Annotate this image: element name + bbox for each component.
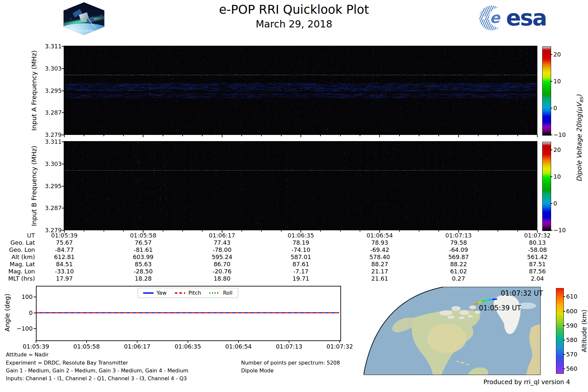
ephemeris-cell: 76.57 [135, 239, 152, 246]
ephemeris-cell: 61.02 [450, 268, 467, 275]
x-tick-mark [517, 230, 518, 232]
angle-y-tick-label: 0 [9, 309, 33, 316]
angle-x-tick-mark [238, 340, 239, 343]
ephemeris-cell: 75.67 [56, 239, 73, 246]
angle-x-tick-label: 01:06:54 [225, 343, 252, 350]
legend-item: Pitch [175, 290, 201, 296]
x-tick-mark [281, 230, 282, 232]
x-tick-mark [379, 135, 380, 137]
x-tick-mark [64, 135, 65, 137]
ephemeris-cell: 01:07:32 [524, 232, 551, 239]
ephemeris-row-label: Alt (km) [0, 253, 35, 260]
angle-x-tick-mark [339, 340, 340, 343]
colorbar-tick-mark [550, 81, 552, 82]
colorbar-tick-label: −10 [553, 131, 566, 138]
angle-x-tick-label: 01:05:58 [74, 343, 100, 350]
ephemeris-cell: 79.58 [450, 239, 467, 246]
y-tick-mark [62, 208, 64, 208]
y-tick-mark [62, 68, 64, 69]
input-a-spectrogram-canvas [64, 46, 537, 135]
y-tick-label: 3.311 [33, 138, 62, 145]
ephemeris-cell: 0.27 [452, 275, 465, 282]
great-plains-region [427, 324, 466, 353]
x-tick-mark [478, 135, 479, 136]
ephemeris-cell: -74.10 [291, 246, 310, 253]
ephemeris-cell: 01:05:39 [51, 232, 78, 239]
x-tick-mark [143, 135, 143, 137]
dipole-colorbar-label-close: ) [575, 95, 583, 97]
ephemeris-cell: 18.28 [135, 275, 152, 282]
legend-line-sample [175, 292, 186, 294]
esa-wordmark: esa [506, 6, 546, 30]
colorbar-tick-mark [550, 150, 552, 150]
x-tick-mark [104, 230, 104, 232]
dipole-colorbar-b [542, 142, 551, 231]
dipole-colorbar-label: Dipole Voltage 20log(μVBS) [575, 95, 584, 182]
y-tick-mark [62, 164, 64, 164]
esa-globe-icon: e [479, 6, 504, 30]
x-tick-mark [261, 230, 262, 232]
altitude-tick-mark [563, 340, 565, 340]
x-tick-mark [163, 230, 163, 232]
colorbar-tick-label: 0 [553, 200, 557, 207]
y-tick-mark [62, 141, 64, 142]
ephemeris-row-label: MLT (hrs) [0, 275, 35, 282]
x-tick-mark [399, 230, 400, 232]
ephemeris-cell: -58.08 [528, 246, 547, 253]
x-tick-mark [104, 135, 104, 136]
altitude-tick-mark [563, 325, 565, 326]
y-tick-label: 3.303 [33, 160, 62, 167]
x-tick-mark [419, 230, 419, 232]
x-tick-mark [320, 135, 321, 136]
ephemeris-cell: -33.10 [55, 268, 74, 275]
gains-annotation: Gain 1 - Medium, Gain 2 - Medium, Gain 3… [6, 368, 188, 374]
ephemeris-cell: 80.13 [529, 239, 546, 246]
colorbar-tick-mark [550, 54, 552, 55]
x-tick-mark [438, 135, 439, 136]
x-tick-mark [419, 135, 419, 136]
dipole-colorbar-a [542, 46, 551, 136]
ephemeris-cell: 01:06:35 [288, 232, 314, 239]
ephemeris-cell: 21.61 [371, 275, 388, 282]
track-end-time-label: 01:07:32 UT [501, 289, 543, 297]
ephemeris-cell: 587.01 [291, 253, 311, 260]
ephemeris-cell: 87.56 [529, 268, 546, 275]
y-tick-mark [62, 186, 64, 187]
x-tick-mark [478, 230, 479, 232]
ephemeris-cell: 87.61 [292, 261, 309, 268]
figure-root: CASSIOPE e-POP RRI Quicklook Plot March … [0, 0, 588, 392]
inputs-annotation: Inputs: Channel 1 - I1, Channel 2 - Q1, … [6, 375, 187, 382]
x-tick-mark [340, 230, 341, 232]
x-tick-mark [202, 230, 203, 232]
x-tick-mark [517, 135, 518, 136]
angle-x-tick-mark [137, 340, 138, 343]
legend-line-sample [143, 292, 154, 294]
ephemeris-cell: 85.63 [135, 261, 152, 268]
esa-globe-crescent: e [489, 8, 504, 28]
ephemeris-cell: -20.76 [213, 268, 232, 275]
altitude-tick-mark [563, 311, 565, 312]
x-tick-mark [123, 230, 124, 232]
colorbar-tick-label: 10 [553, 78, 561, 85]
attitude-annotation: Attitude = Nadir [6, 351, 49, 358]
x-tick-mark [360, 230, 360, 232]
x-tick-mark [438, 230, 439, 232]
ephemeris-cell: -7.17 [293, 268, 309, 275]
input-b-spectrogram-canvas [64, 141, 537, 230]
ephemeris-cell: 87.51 [529, 261, 546, 268]
ephemeris-row-label: Mag. Lon [0, 268, 35, 275]
ephemeris-cell: -28.50 [134, 268, 153, 275]
altitude-tick-label: 600 [566, 308, 577, 315]
angle-x-tick-mark [86, 340, 87, 343]
esa-globe-letter: e [490, 10, 500, 25]
x-tick-mark [182, 135, 183, 136]
track-start-time-label: 01:05:39 UT [479, 304, 521, 312]
colorbar-tick-label: 20 [553, 146, 561, 153]
y-tick-mark [62, 90, 64, 91]
cassiope-patch-label: CASSIOPE [61, 29, 107, 33]
ephemeris-cell: 78.93 [371, 239, 388, 246]
y-tick-mark [62, 230, 64, 231]
ephemeris-cell: 01:05:58 [130, 232, 156, 239]
x-tick-mark [84, 135, 84, 136]
angle-y-tick-mark [34, 313, 36, 313]
